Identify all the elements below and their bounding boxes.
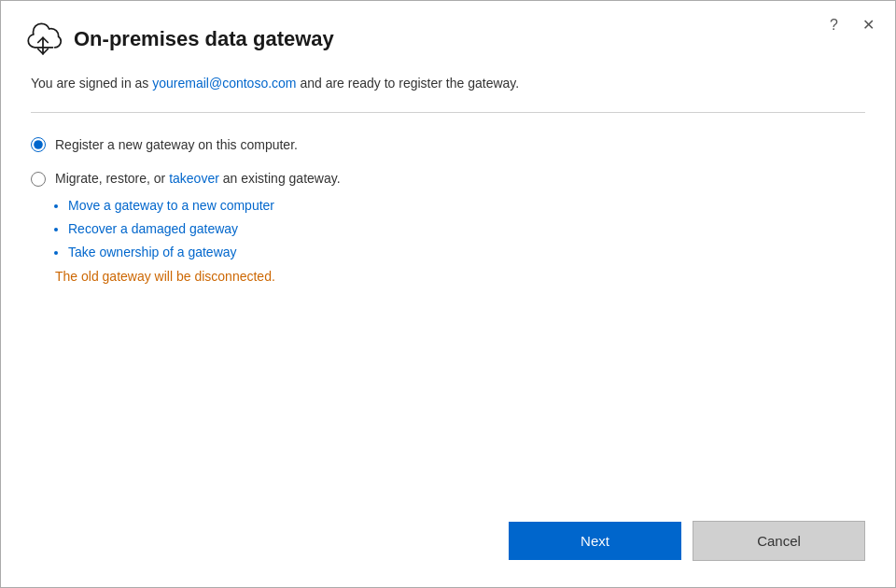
cloud-icon	[23, 20, 63, 59]
title-bar: On-premises data gateway	[1, 1, 895, 74]
bullet-item-2: Recover a damaged gateway	[68, 217, 865, 241]
user-email: youremail@contoso.com	[152, 76, 296, 91]
options-section: Register a new gateway on this computer.…	[31, 135, 865, 284]
signed-in-suffix: and are ready to register the gateway.	[297, 76, 520, 91]
bullet-item-1: Move a gateway to a new computer	[68, 194, 865, 217]
option1-row: Register a new gateway on this computer.	[31, 135, 865, 155]
close-button[interactable]: ✕	[859, 14, 878, 35]
option2-suffix: an existing gateway.	[219, 171, 341, 186]
footer: Next Cancel	[1, 502, 895, 587]
option2-prefix: Migrate, restore, or	[55, 171, 169, 186]
option1-radio[interactable]	[31, 137, 46, 152]
option2-radio[interactable]	[31, 172, 46, 187]
disconnect-note: The old gateway will be disconnected.	[55, 269, 865, 284]
signed-in-prefix: You are signed in as	[31, 76, 152, 91]
option2-container: Migrate, restore, or takeover an existin…	[31, 170, 865, 284]
dialog-title: On-premises data gateway	[74, 27, 334, 51]
dialog: ? ✕ On-premises data gateway You are sig…	[0, 0, 896, 588]
content-area: You are signed in as youremail@contoso.c…	[1, 74, 895, 502]
option1-label: Register a new gateway on this computer.	[55, 135, 298, 155]
cancel-button[interactable]: Cancel	[693, 521, 865, 561]
title-bar-controls: ? ✕	[826, 14, 878, 35]
option2-header: Migrate, restore, or takeover an existin…	[31, 170, 865, 187]
next-button[interactable]: Next	[509, 522, 681, 560]
signed-in-text: You are signed in as youremail@contoso.c…	[31, 74, 865, 93]
option2-link: takeover	[169, 171, 219, 186]
bullet-list: Move a gateway to a new computer Recover…	[55, 194, 865, 265]
bullet-item-3: Take ownership of a gateway	[68, 241, 865, 264]
divider	[31, 112, 865, 113]
help-button[interactable]: ?	[826, 15, 842, 35]
option2-label: Migrate, restore, or takeover an existin…	[55, 171, 341, 186]
